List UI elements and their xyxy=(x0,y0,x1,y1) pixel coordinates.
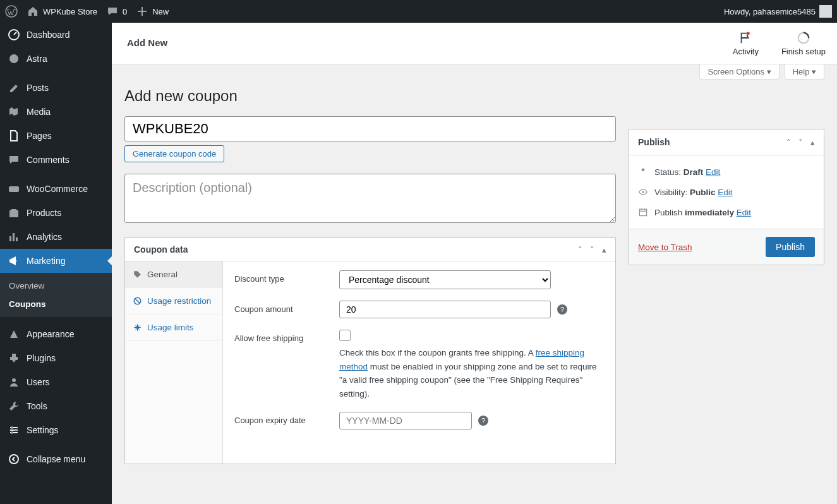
marketing-submenu: Overview Coupons xyxy=(0,273,112,317)
admin-bar: WPKube Store 0 New Howdy, pahasemice5485 xyxy=(0,0,837,23)
limits-icon xyxy=(133,323,142,332)
pin-icon xyxy=(638,167,648,177)
expiry-label: Coupon expiry date xyxy=(234,412,339,425)
generate-code-button[interactable]: Generate coupon code xyxy=(124,145,224,162)
menu-woocommerce[interactable]: WooCommerce xyxy=(0,177,112,201)
tab-usage-restriction[interactable]: Usage restriction xyxy=(125,288,222,315)
wordpress-logo[interactable] xyxy=(5,5,18,18)
help-icon[interactable]: ? xyxy=(478,416,488,426)
toggle-icon[interactable]: ▴ xyxy=(602,245,606,255)
toggle-icon[interactable]: ▴ xyxy=(810,138,815,147)
menu-astra[interactable]: Astra xyxy=(0,47,112,71)
svg-point-14 xyxy=(642,191,644,193)
screen-options-button[interactable]: Screen Options ▾ xyxy=(699,64,779,80)
eye-icon xyxy=(638,187,648,197)
coupon-code-input[interactable] xyxy=(124,116,616,141)
menu-users[interactable]: Users xyxy=(0,370,112,394)
publish-button[interactable]: Publish xyxy=(766,237,815,257)
move-up-icon[interactable]: ˄ xyxy=(578,245,582,255)
free-shipping-label: Allow free shipping xyxy=(234,330,339,343)
progress-icon xyxy=(797,31,810,45)
menu-appearance[interactable]: Appearance xyxy=(0,322,112,346)
svg-point-6 xyxy=(11,426,13,429)
finish-setup-button[interactable]: Finish setup xyxy=(770,23,837,64)
greeting-text: Howdy, pahasemice5485 xyxy=(724,7,816,16)
plus-icon xyxy=(136,5,148,18)
svg-point-2 xyxy=(9,54,18,63)
menu-dashboard[interactable]: Dashboard xyxy=(0,23,112,47)
menu-settings[interactable]: Settings xyxy=(0,418,112,442)
submenu-overview[interactable]: Overview xyxy=(0,277,112,295)
admin-sidebar: Dashboard Astra Posts Media Pages Commen… xyxy=(0,23,112,504)
publish-title: Publish xyxy=(638,137,670,147)
expiry-date-input[interactable] xyxy=(339,412,472,429)
megaphone-icon xyxy=(8,255,20,267)
site-name: WPKube Store xyxy=(43,7,97,16)
avatar xyxy=(819,5,832,18)
activity-button[interactable]: Activity xyxy=(721,23,770,64)
calendar-icon xyxy=(638,207,648,217)
help-button[interactable]: Help ▾ xyxy=(785,64,824,80)
svg-rect-3 xyxy=(9,186,19,192)
status-row: Status: Draft Edit xyxy=(638,162,815,182)
discount-type-label: Discount type xyxy=(234,270,339,284)
edit-status-link[interactable]: Edit xyxy=(706,167,720,177)
discount-type-select[interactable]: Percentage discount xyxy=(339,270,551,289)
menu-plugins[interactable]: Plugins xyxy=(0,346,112,370)
menu-analytics[interactable]: Analytics xyxy=(0,225,112,249)
coupon-data-box: Coupon data ˄ ˅ ▴ General xyxy=(124,237,616,464)
svg-point-8 xyxy=(11,431,13,434)
edit-schedule-link[interactable]: Edit xyxy=(737,208,751,217)
free-shipping-description: Check this box if the coupon grants free… xyxy=(339,346,604,400)
tag-icon xyxy=(133,270,142,279)
coupon-amount-input[interactable] xyxy=(339,301,551,318)
svg-point-5 xyxy=(12,378,16,382)
comments-count: 0 xyxy=(123,7,127,16)
svg-rect-15 xyxy=(639,209,646,215)
publish-box: Publish ˄ ˅ ▴ Status: Draft Edit xyxy=(629,129,824,265)
svg-point-9 xyxy=(9,455,18,464)
flag-icon xyxy=(738,31,752,45)
svg-point-10 xyxy=(747,32,750,35)
comment-icon xyxy=(106,5,119,18)
menu-posts[interactable]: Posts xyxy=(0,76,112,100)
new-label: New xyxy=(152,7,169,16)
help-icon[interactable]: ? xyxy=(557,304,567,315)
schedule-row: Publish immediately Edit xyxy=(638,202,815,222)
menu-products[interactable]: Products xyxy=(0,201,112,225)
svg-point-13 xyxy=(642,168,645,171)
visibility-row: Visibility: Public Edit xyxy=(638,182,815,202)
move-to-trash-link[interactable]: Move to Trash xyxy=(638,243,692,252)
submenu-coupons[interactable]: Coupons xyxy=(0,295,112,313)
site-link[interactable]: WPKube Store xyxy=(27,5,97,18)
description-input[interactable] xyxy=(124,174,616,223)
content-area: Add New Activity Finish setup Screen Opt… xyxy=(112,23,837,504)
move-down-icon[interactable]: ˅ xyxy=(798,138,803,147)
svg-rect-4 xyxy=(9,210,18,217)
restriction-icon xyxy=(133,296,142,306)
svg-point-0 xyxy=(6,6,17,17)
new-link[interactable]: New xyxy=(136,5,169,18)
coupon-amount-label: Coupon amount xyxy=(234,301,339,314)
wordpress-icon xyxy=(5,5,18,18)
menu-comments[interactable]: Comments xyxy=(0,148,112,172)
coupon-data-title: Coupon data xyxy=(134,244,188,255)
menu-media[interactable]: Media xyxy=(0,100,112,124)
page-title: Add new coupon xyxy=(124,87,824,105)
move-up-icon[interactable]: ˄ xyxy=(786,138,791,147)
free-shipping-checkbox[interactable] xyxy=(339,330,351,341)
move-down-icon[interactable]: ˅ xyxy=(590,245,594,255)
edit-visibility-link[interactable]: Edit xyxy=(718,188,732,197)
user-greeting[interactable]: Howdy, pahasemice5485 xyxy=(724,5,832,18)
home-icon xyxy=(27,5,39,18)
menu-pages[interactable]: Pages xyxy=(0,124,112,148)
menu-collapse[interactable]: Collapse menu xyxy=(0,447,112,471)
menu-marketing[interactable]: Marketing xyxy=(0,249,112,273)
svg-point-7 xyxy=(15,429,17,431)
comments-link[interactable]: 0 xyxy=(106,5,127,18)
page-header-title: Add New xyxy=(112,23,183,64)
menu-tools[interactable]: Tools xyxy=(0,394,112,418)
tab-usage-limits[interactable]: Usage limits xyxy=(125,315,222,341)
page-header: Add New Activity Finish setup xyxy=(112,23,837,64)
tab-general[interactable]: General xyxy=(125,261,222,288)
